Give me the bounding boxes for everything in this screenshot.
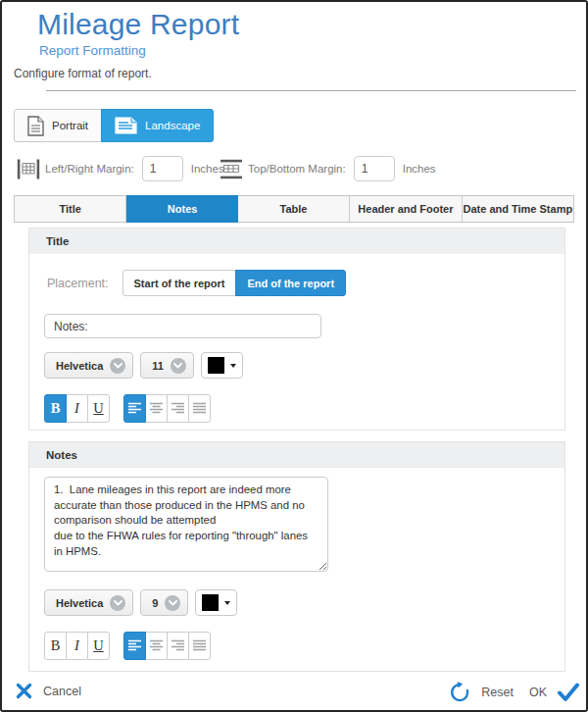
notes-align-left-button[interactable]	[123, 632, 146, 660]
placement-button-group: Start of the report End of the report	[122, 270, 347, 296]
chevron-down-icon	[171, 358, 186, 374]
title-underline-button[interactable]: U	[87, 394, 110, 423]
notes-align-group	[123, 632, 211, 660]
notes-font-size-value: 9	[152, 597, 158, 609]
caret-down-icon	[230, 364, 236, 368]
title-italic-button[interactable]: I	[66, 394, 88, 423]
left-right-margin-label: Left/Right Margin:	[45, 163, 134, 175]
notes-align-right-button[interactable]	[167, 632, 189, 660]
title-bold-button[interactable]: B	[44, 394, 67, 423]
title-align-left-button[interactable]	[123, 394, 146, 423]
tab-title[interactable]: Title	[15, 196, 126, 222]
tab-notes[interactable]: Notes	[126, 195, 237, 223]
report-formatting-dialog: Mileage Report Report Formatting Configu…	[0, 0, 588, 712]
placement-label: Placement:	[47, 277, 109, 290]
title-align-justify-button[interactable]	[188, 394, 211, 423]
notes-font-size-dropdown[interactable]: 9	[140, 589, 188, 616]
top-bottom-margin-group: Top/Bottom Margin: Inches	[220, 155, 436, 182]
portrait-button[interactable]: Portrait	[14, 109, 102, 142]
color-swatch-black	[208, 357, 224, 374]
header-divider	[46, 90, 576, 91]
title-align-group	[123, 394, 211, 423]
title-text-input[interactable]	[44, 314, 321, 338]
notes-section-heading: Notes	[29, 442, 564, 468]
title-font-family-dropdown[interactable]: Helvetica	[44, 352, 133, 379]
placement-start-button[interactable]: Start of the report	[122, 270, 237, 296]
reset-icon[interactable]	[448, 681, 471, 704]
notes-font-row: Helvetica 9	[44, 589, 564, 616]
placement-row: Placement: Start of the report End of th…	[47, 270, 564, 296]
left-right-margin-input[interactable]	[142, 156, 183, 181]
page-description: Configure format of report.	[14, 67, 152, 80]
page-subtitle: Report Formatting	[39, 43, 146, 58]
color-swatch-black	[202, 594, 219, 611]
notes-align-center-button[interactable]	[145, 632, 168, 660]
title-align-right-button[interactable]	[167, 394, 189, 423]
title-section-panel: Title Placement: Start of the report End…	[28, 228, 565, 431]
top-bottom-margin-label: Top/Bottom Margin:	[248, 163, 346, 175]
footer-right-actions: Reset OK	[448, 681, 580, 704]
notes-biu-group: B I U	[44, 632, 110, 660]
left-right-margin-icon	[17, 159, 40, 179]
landscape-button[interactable]: Landscape	[101, 109, 214, 142]
notes-font-family-value: Helvetica	[56, 597, 103, 609]
portrait-document-icon	[27, 116, 44, 136]
title-font-size-dropdown[interactable]: 11	[140, 352, 194, 379]
notes-section-panel: Notes 1. Lane mileages in this report ar…	[28, 441, 565, 672]
chevron-down-icon	[110, 595, 125, 611]
cancel-x-icon[interactable]	[16, 683, 32, 699]
left-right-margin-group: Left/Right Margin: Inches	[17, 155, 224, 182]
title-font-row: Helvetica 11	[44, 352, 564, 379]
settings-tab-bar: Title Notes Table Header and Footer Date…	[14, 195, 574, 223]
reset-label[interactable]: Reset	[481, 686, 514, 699]
top-bottom-margin-icon	[220, 159, 243, 179]
ok-label[interactable]: OK	[529, 686, 547, 699]
ok-check-icon[interactable]	[557, 683, 580, 702]
top-bottom-margin-unit: Inches	[403, 163, 436, 175]
notes-textarea[interactable]: 1. Lane mileages in this report are inde…	[44, 477, 328, 572]
tab-table[interactable]: Table	[238, 196, 350, 222]
title-align-center-button[interactable]	[145, 394, 168, 423]
cancel-action[interactable]: Cancel	[16, 683, 81, 699]
caret-down-icon	[224, 601, 230, 605]
notes-font-color-picker[interactable]	[195, 589, 237, 616]
tab-date-and-time-stamp[interactable]: Date and Time Stamp	[463, 196, 573, 222]
title-section-heading: Title	[29, 229, 564, 254]
title-biu-group: B I U	[44, 394, 110, 423]
title-font-color-picker[interactable]	[201, 352, 243, 379]
placement-end-button[interactable]: End of the report	[235, 270, 346, 296]
notes-font-family-dropdown[interactable]: Helvetica	[44, 589, 133, 616]
portrait-label: Portrait	[52, 120, 88, 131]
cancel-label[interactable]: Cancel	[43, 685, 81, 698]
title-font-family-value: Helvetica	[56, 360, 103, 372]
title-style-row: B I U	[44, 394, 564, 423]
notes-underline-button[interactable]: U	[87, 632, 110, 660]
top-bottom-margin-input[interactable]	[354, 156, 395, 181]
landscape-document-icon	[115, 117, 137, 134]
landscape-label: Landscape	[145, 120, 200, 131]
notes-bold-button[interactable]: B	[44, 632, 67, 660]
title-font-size-value: 11	[152, 360, 164, 372]
chevron-down-icon	[110, 358, 125, 374]
chevron-down-icon	[165, 595, 180, 611]
notes-style-row: B I U	[44, 632, 564, 660]
notes-align-justify-button[interactable]	[188, 632, 211, 660]
notes-italic-button[interactable]: I	[66, 632, 88, 660]
page-title: Mileage Report	[37, 8, 239, 41]
tab-header-and-footer[interactable]: Header and Footer	[350, 196, 462, 222]
orientation-button-group: Portrait Landscape	[14, 109, 214, 142]
